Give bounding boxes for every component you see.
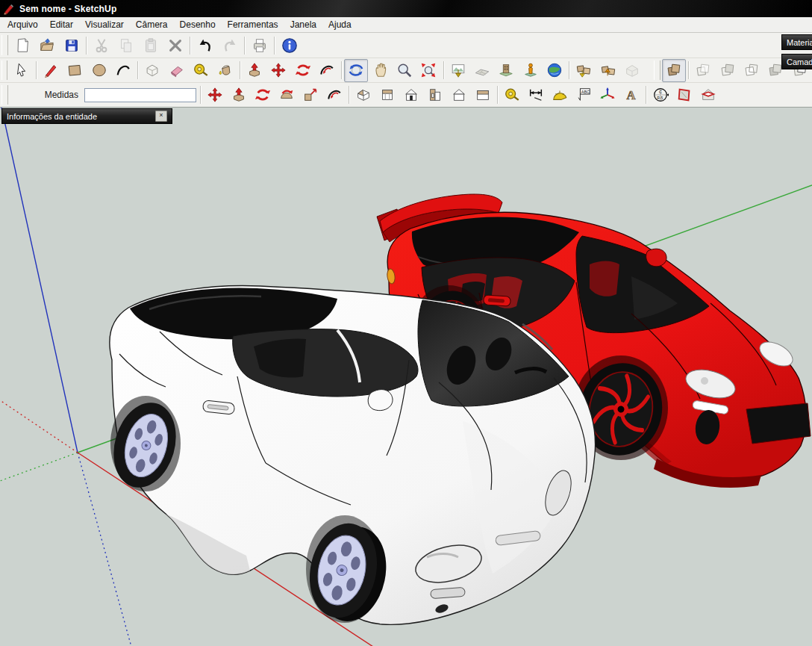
select-cursor-icon <box>13 62 30 78</box>
lower-toolbar: Medidas ABC A CR-5 <box>0 83 812 108</box>
zoom-tool-button[interactable] <box>393 59 416 82</box>
materials-panel[interactable]: Materiais <box>781 34 812 50</box>
view-top-button[interactable] <box>375 84 399 106</box>
section-plane-button[interactable] <box>672 84 696 106</box>
compass-tool-button[interactable]: CR-5 <box>649 84 672 106</box>
scale-tool-button[interactable] <box>299 84 322 106</box>
text-tool-button[interactable]: ABC <box>572 84 596 106</box>
menu-camera[interactable]: Câmera <box>130 18 174 31</box>
push-pull-button-2[interactable] <box>227 84 251 106</box>
style-xray-button[interactable] <box>691 59 715 82</box>
print-button[interactable] <box>247 34 272 57</box>
entity-info-close-icon[interactable]: × <box>155 111 167 122</box>
style-hidden-line-button[interactable] <box>740 59 763 82</box>
white-car-mirror <box>368 390 393 411</box>
eraser-tool-button[interactable] <box>165 59 189 82</box>
view-left-button[interactable] <box>471 84 495 106</box>
toolbar-grip[interactable] <box>1 85 8 105</box>
3d-text-button[interactable]: A <box>619 84 643 106</box>
rotate-tool-button-2[interactable] <box>251 84 275 106</box>
left-view-icon <box>475 87 491 103</box>
circle-tool-button[interactable] <box>87 59 110 82</box>
arc-tool-button[interactable] <box>111 59 135 82</box>
dimension-tool-button[interactable] <box>524 84 548 106</box>
push-pull-button[interactable] <box>243 59 266 82</box>
axes-tool-button[interactable] <box>596 84 619 106</box>
copy-button[interactable] <box>113 34 138 57</box>
line-tool-button[interactable] <box>39 59 63 82</box>
new-building-button[interactable] <box>519 59 543 82</box>
view-iso-button[interactable] <box>352 84 375 106</box>
tape-measure-button-2[interactable] <box>500 84 524 106</box>
toolbar-grip[interactable] <box>654 60 660 80</box>
offset-icon <box>319 62 335 78</box>
layers-panel-title: Camadas <box>787 58 812 66</box>
paste-button[interactable] <box>138 34 163 57</box>
svg-text:A: A <box>627 88 636 102</box>
toggle-terrain-button[interactable] <box>470 59 494 82</box>
wireframe-icon <box>719 62 736 78</box>
protractor-tool-button[interactable] <box>548 84 572 106</box>
move-tool-button[interactable] <box>266 59 290 82</box>
redo-button[interactable] <box>217 34 242 57</box>
google-earth-icon <box>546 62 563 78</box>
section-cut-button[interactable] <box>696 84 720 106</box>
tape-measure-button[interactable] <box>189 59 213 82</box>
move-tool-button-2[interactable] <box>203 84 227 106</box>
get-models-button[interactable] <box>572 59 596 82</box>
building-maker-button[interactable] <box>620 59 644 82</box>
separator <box>86 37 87 55</box>
view-back-button[interactable] <box>447 84 471 106</box>
view-right-button[interactable] <box>423 84 447 106</box>
menu-ajuda[interactable]: Ajuda <box>322 18 357 31</box>
cut-button[interactable] <box>89 34 113 57</box>
make-component-button[interactable] <box>140 59 164 82</box>
menu-desenho[interactable]: Desenho <box>174 18 222 31</box>
view-front-button[interactable] <box>399 84 423 106</box>
undo-button[interactable] <box>193 34 217 57</box>
delete-button[interactable] <box>163 34 187 57</box>
standard-toolbar <box>0 33 812 58</box>
model-viewport[interactable] <box>0 107 812 646</box>
follow-me-button[interactable] <box>275 84 299 106</box>
protractor-icon <box>552 87 568 103</box>
menu-janela[interactable]: Janela <box>284 18 322 31</box>
rotate-tool-button[interactable] <box>290 59 314 82</box>
paint-bucket-button[interactable] <box>213 59 237 82</box>
toolbar-grip[interactable] <box>1 60 7 80</box>
new-document-button[interactable] <box>10 34 34 57</box>
get-current-view-button[interactable] <box>446 59 469 82</box>
entity-info-panel[interactable]: Informações da entidade × <box>1 108 172 124</box>
save-button[interactable] <box>59 34 84 57</box>
menu-arquivo[interactable]: Arquivo <box>1 18 44 31</box>
menu-ferramentas[interactable]: Ferramentas <box>222 18 284 31</box>
dimension-icon <box>528 87 544 103</box>
eraser-icon <box>169 62 185 78</box>
share-model-button[interactable] <box>596 59 620 82</box>
orbit-tool-button[interactable] <box>344 59 368 82</box>
push-pull-icon <box>231 87 247 103</box>
title-bar[interactable]: Sem nome - SketchUp <box>0 0 812 17</box>
component-box-icon <box>144 62 160 78</box>
zoom-extents-button[interactable] <box>416 59 440 82</box>
separator <box>646 86 646 104</box>
style-wireframe-button[interactable] <box>716 59 740 82</box>
model-info-button[interactable] <box>277 34 302 57</box>
top-view-icon <box>379 87 396 103</box>
google-earth-button[interactable] <box>543 59 566 82</box>
style-shaded-textures-button[interactable] <box>662 59 686 82</box>
select-tool-button[interactable] <box>9 59 33 82</box>
photo-textures-button[interactable] <box>494 59 518 82</box>
menu-visualizar[interactable]: Visualizar <box>79 18 130 31</box>
offset-tool-button[interactable] <box>315 59 339 82</box>
svg-text:C: C <box>659 90 662 94</box>
menu-editar[interactable]: Editar <box>44 18 79 31</box>
pan-tool-button[interactable] <box>368 59 392 82</box>
offset-tool-button-2[interactable] <box>322 84 346 106</box>
measurements-input[interactable] <box>84 88 196 102</box>
open-button[interactable] <box>34 34 59 57</box>
white-car-model[interactable] <box>104 286 596 628</box>
rectangle-tool-button[interactable] <box>63 59 87 82</box>
toolbar-grip[interactable] <box>1 35 8 55</box>
layers-panel[interactable]: Camadas <box>781 54 812 69</box>
